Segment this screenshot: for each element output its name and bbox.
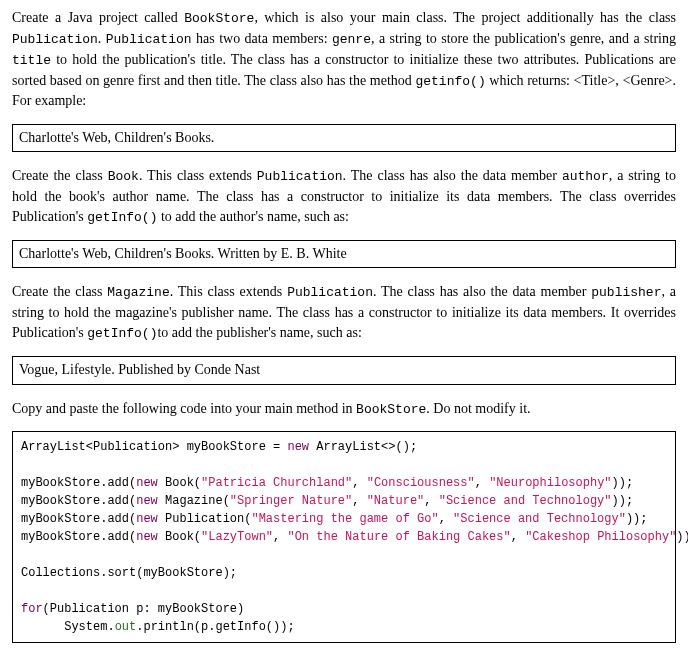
text: . Do not modify it.: [426, 401, 530, 416]
string: "On the Nature of Baking Cakes": [287, 530, 510, 544]
paragraph-2: Create the class Book. This class extend…: [12, 166, 676, 228]
code: Book(: [158, 530, 201, 544]
code: ,: [511, 530, 525, 544]
code-inline: Publication: [12, 32, 98, 47]
string: "Consciousness": [367, 476, 475, 490]
code-inline: Publication: [106, 32, 192, 47]
keyword: new: [136, 512, 158, 526]
paragraph-4: Copy and paste the following code into y…: [12, 399, 676, 420]
code: ,: [424, 494, 438, 508]
code-inline: Publication: [257, 169, 343, 184]
code: ));: [676, 530, 688, 544]
code-inline: getInfo(): [87, 210, 157, 225]
example-box-1: Charlotte's Web, Children's Books.: [12, 124, 676, 152]
string: "Nature": [367, 494, 425, 508]
text: , a string to store the publication's ge…: [371, 31, 676, 46]
keyword: new: [136, 476, 158, 490]
code: ,: [352, 494, 366, 508]
text: Create the class: [12, 168, 108, 183]
text: to add the publisher's name, such as:: [157, 325, 361, 340]
example-text: Charlotte's Web, Children's Books. Writt…: [19, 246, 347, 261]
code-inline: publisher: [591, 285, 661, 300]
string: "Science and Technology": [453, 512, 626, 526]
paragraph-1: Create a Java project called BookStore, …: [12, 8, 676, 112]
code: myBookStore.add(: [21, 476, 136, 490]
text: to add the author's name, such as:: [157, 209, 348, 224]
text: , which is also your main class. The pro…: [254, 10, 676, 25]
code: Collections.sort(myBookStore);: [21, 566, 237, 580]
example-text: Vogue, Lifestyle. Published by Conde Nas…: [19, 362, 260, 377]
code: myBookStore.add(: [21, 530, 136, 544]
code: System.: [21, 620, 115, 634]
code: ));: [612, 494, 634, 508]
code: myBookStore.add(: [21, 494, 136, 508]
code-inline: Book: [108, 169, 139, 184]
code: Publication(: [158, 512, 252, 526]
code: ));: [612, 476, 634, 490]
text: Create a Java project called: [12, 10, 184, 25]
code: ArrayList<>();: [309, 440, 417, 454]
code-inline: genre: [332, 32, 371, 47]
example-box-2: Charlotte's Web, Children's Books. Writt…: [12, 240, 676, 268]
string: "Mastering the game of Go": [251, 512, 438, 526]
code: (Publication p: myBookStore): [43, 602, 245, 616]
code-inline: BookStore: [356, 402, 426, 417]
code: ));: [626, 512, 648, 526]
example-box-3: Vogue, Lifestyle. Published by Conde Nas…: [12, 356, 676, 384]
code: myBookStore.add(: [21, 512, 136, 526]
text: Create the class: [12, 284, 107, 299]
code-inline: getinfo(): [415, 74, 485, 89]
code-inline: BookStore: [184, 11, 254, 26]
code: Magazine(: [158, 494, 230, 508]
paragraph-3: Create the class Magazine. This class ex…: [12, 282, 676, 344]
text: . The class has also the data member: [343, 168, 562, 183]
text: . The class has also the data member: [373, 284, 591, 299]
text: Copy and paste the following code into y…: [12, 401, 356, 416]
example-text: Charlotte's Web, Children's Books.: [19, 130, 214, 145]
string: "LazyTown": [201, 530, 273, 544]
code: Book(: [158, 476, 201, 490]
string: "Cakeshop Philosophy": [525, 530, 676, 544]
code-inline: title: [12, 53, 51, 68]
keyword: new: [287, 440, 309, 454]
code-inline: Publication: [287, 285, 373, 300]
text: has two data members:: [192, 31, 332, 46]
keyword: new: [136, 494, 158, 508]
code-inline: getInfo(): [87, 326, 157, 341]
string: "Springer Nature": [230, 494, 352, 508]
text: . This class extends: [139, 168, 257, 183]
code: ,: [273, 530, 287, 544]
code: ,: [352, 476, 366, 490]
text: . This class extends: [170, 284, 287, 299]
code: ,: [475, 476, 489, 490]
string: "Neurophilosophy": [489, 476, 611, 490]
code-inline: author: [562, 169, 609, 184]
out-field: out: [115, 620, 137, 634]
code-block: ArrayList<Publication> myBookStore = new…: [12, 431, 676, 643]
string: "Patricia Churchland": [201, 476, 352, 490]
code: .println(p.getInfo());: [136, 620, 294, 634]
keyword: for: [21, 602, 43, 616]
code: ArrayList<Publication> myBookStore =: [21, 440, 287, 454]
keyword: new: [136, 530, 158, 544]
code-inline: Magazine: [107, 285, 169, 300]
code: ,: [439, 512, 453, 526]
string: "Science and Technology": [439, 494, 612, 508]
text: .: [98, 31, 106, 46]
